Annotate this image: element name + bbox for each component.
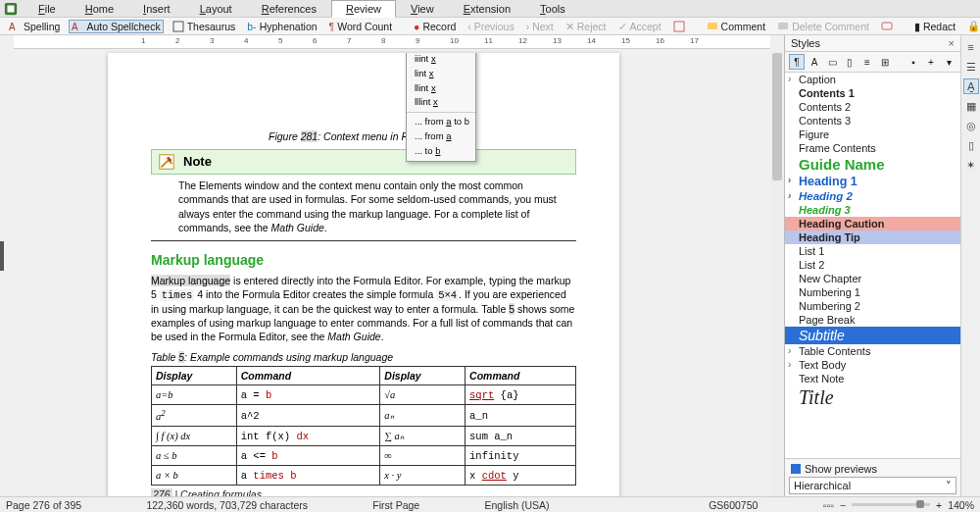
delete-comment-button[interactable]: Delete Comment (774, 20, 872, 33)
fill-format-icon[interactable]: ▪ (906, 54, 921, 70)
menu-view[interactable]: View (396, 0, 449, 18)
menu-file[interactable]: File (24, 0, 71, 18)
style-numbering-2[interactable]: Numbering 2 (785, 299, 960, 313)
format-comments-button[interactable] (878, 20, 896, 33)
style-heading-tip[interactable]: Heading Tip (785, 230, 960, 244)
style-list-1[interactable]: List 1 (785, 244, 960, 258)
ctx-item[interactable]: iiint x (407, 53, 475, 67)
style-contents-1[interactable]: Contents 1 (785, 86, 960, 100)
gallery-deck-icon[interactable]: ▦ (963, 98, 979, 114)
styles-title: Styles (791, 37, 820, 49)
table-header: Command (236, 366, 380, 384)
reject-button[interactable]: ✕ Reject (563, 20, 610, 33)
change-mark (0, 241, 4, 271)
status-page[interactable]: Page 276 of 395 (6, 499, 81, 511)
menu-extension[interactable]: Extension (449, 0, 525, 18)
status-wordcount[interactable]: 122,360 words, 703,729 characters (146, 499, 308, 511)
horizontal-ruler[interactable]: 1234567891011121314151617 (14, 35, 770, 49)
svg-rect-6 (708, 23, 717, 29)
status-page-style[interactable]: First Page (372, 499, 419, 511)
style-heading-2[interactable]: Heading 2 (785, 189, 960, 203)
record-button[interactable]: ●Record (411, 20, 459, 33)
svg-text:A: A (9, 22, 16, 32)
styles-toolbar: ¶ A ▭ ▯ ≡ ⊞ ▪ + ▾ (785, 52, 960, 73)
menu-review[interactable]: Review (331, 0, 396, 18)
next-button[interactable]: › Next (523, 20, 557, 33)
list-styles-icon[interactable]: ≡ (859, 54, 875, 70)
comment-button[interactable]: Comment (704, 20, 769, 33)
auto-spellcheck-button[interactable]: AAuto Spellcheck (69, 20, 163, 33)
menu-home[interactable]: Home (71, 0, 128, 18)
zoom-value[interactable]: 140% (948, 499, 974, 511)
hyphenation-button[interactable]: b-Hyphenation (244, 20, 319, 33)
new-style-icon[interactable]: + (923, 54, 939, 70)
navigator-deck-icon[interactable]: ◎ (963, 118, 979, 133)
style-text-body[interactable]: Text Body (785, 358, 960, 372)
zoom-slider[interactable] (852, 503, 930, 506)
sidebar-deck-rail: ≡ ☰ A̱ ▦ ◎ ▯ ✶ (960, 35, 980, 496)
ctx-item[interactable]: llint x (407, 81, 475, 96)
style-text-note[interactable]: Text Note (785, 372, 960, 385)
frame-styles-icon[interactable]: ▭ (824, 54, 840, 70)
view-layout-icon[interactable]: ▫▫▫ (823, 499, 834, 511)
ctx-item[interactable]: ... from a to b (407, 115, 475, 129)
protect-button[interactable]: 🔒 Protect (964, 19, 980, 33)
style-figure[interactable]: Figure (785, 128, 960, 141)
show-changes-button[interactable] (670, 20, 688, 33)
style-list-2[interactable]: List 2 (785, 258, 960, 272)
style-table-contents[interactable]: Table Contents (785, 344, 960, 358)
close-icon[interactable]: × (949, 37, 955, 49)
app-logo (4, 2, 18, 16)
style-numbering-1[interactable]: Numbering 1 (785, 285, 960, 299)
ctx-item[interactable]: ... to b (407, 144, 475, 159)
spelling-button[interactable]: ASpelling (6, 20, 63, 33)
word-count-button[interactable]: ¶Word Count (326, 20, 395, 33)
inspector-deck-icon[interactable]: ✶ (963, 157, 979, 173)
styles-filter-combo[interactable]: Hierarchical˅ (789, 477, 956, 494)
properties-deck-icon[interactable]: ☰ (963, 59, 979, 75)
page-styles-icon[interactable]: ▯ (842, 54, 858, 70)
style-heading-caution[interactable]: Heading Caution (785, 217, 960, 230)
style-contents-2[interactable]: Contents 2 (785, 100, 960, 114)
styles-list[interactable]: CaptionContents 1Contents 2Contents 3Fig… (785, 73, 960, 458)
status-bar: Page 276 of 395 122,360 words, 703,729 c… (0, 496, 980, 512)
style-new-chapter[interactable]: New Chapter (785, 272, 960, 285)
page-deck-icon[interactable]: ▯ (963, 137, 979, 153)
accept-button[interactable]: ✓ Accept (615, 20, 664, 33)
document-area: 1234567891011121314151617 iiint xlint xl… (0, 35, 784, 496)
table-row: a × ba times bx · yx cdot y (152, 466, 576, 486)
status-language[interactable]: English (USA) (485, 499, 550, 511)
sidebar-settings-icon[interactable]: ≡ (963, 39, 979, 55)
ctx-item[interactable]: ... from a (407, 129, 475, 144)
formula-context-menu: iiint xlint xllint xlllint x... from a t… (406, 53, 476, 162)
character-styles-icon[interactable]: A (807, 54, 822, 70)
redact-button[interactable]: ▮ Redact (911, 20, 958, 33)
style-page-break[interactable]: Page Break (785, 313, 960, 327)
menu-tools[interactable]: Tools (525, 0, 580, 18)
style-guide-name[interactable]: Guide Name (785, 155, 960, 174)
menu-references[interactable]: References (247, 0, 331, 18)
note-box-header: Note (151, 149, 576, 175)
style-caption[interactable]: Caption (785, 73, 960, 86)
vertical-scrollbar[interactable] (770, 49, 784, 496)
style-actions-icon[interactable]: ▾ (941, 54, 956, 70)
styles-deck-icon[interactable]: A̱ (963, 78, 979, 94)
show-previews-checkbox[interactable]: Show previews (789, 461, 956, 477)
svg-rect-5 (674, 22, 684, 31)
style-subtitle[interactable]: Subtitle (785, 327, 960, 344)
paragraph-styles-icon[interactable]: ¶ (789, 54, 805, 70)
thesaurus-button[interactable]: Thesaurus (170, 20, 239, 33)
menu-insert[interactable]: Insert (128, 0, 185, 18)
style-heading-3[interactable]: Heading 3 (785, 203, 960, 217)
previous-button[interactable]: ‹ Previous (465, 20, 516, 33)
ctx-item[interactable]: lllint x (407, 95, 475, 110)
menu-layout[interactable]: Layout (185, 0, 247, 18)
style-heading-1[interactable]: Heading 1 (785, 174, 960, 189)
table-styles-icon[interactable]: ⊞ (877, 54, 893, 70)
style-contents-3[interactable]: Contents 3 (785, 114, 960, 128)
status-doc-id: GS600750 (709, 499, 758, 511)
style-title[interactable]: Title (785, 385, 960, 410)
status-zoom[interactable]: ▫▫▫ − + 140% (823, 499, 974, 511)
style-frame-contents[interactable]: Frame Contents (785, 141, 960, 155)
ctx-item[interactable]: lint x (407, 67, 475, 81)
